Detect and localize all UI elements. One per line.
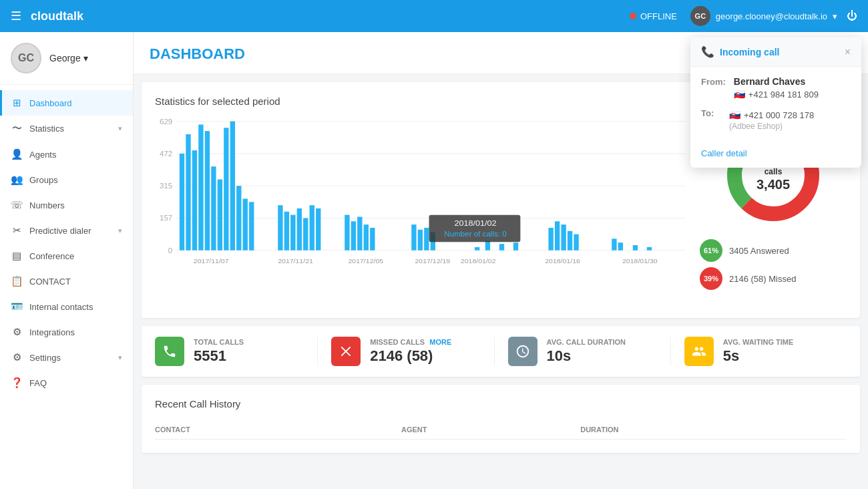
missed-calls-label: MISSED CALLS MORE (370, 338, 451, 346)
stat-total-calls: TOTAL CALLS 5551 (155, 337, 317, 366)
svg-rect-31 (357, 217, 362, 251)
total-calls-value: 5551 (194, 347, 244, 365)
svg-text:2017/11/21: 2017/11/21 (278, 257, 313, 265)
svg-rect-12 (192, 150, 197, 251)
svg-rect-30 (351, 221, 356, 250)
missed-badge: 39% (700, 267, 722, 290)
donut-value: 3,405 (746, 177, 800, 192)
sidebar-item-statistics[interactable]: 〜 Statistics ▾ (0, 116, 133, 142)
sidebar-item-faq[interactable]: ❓ FAQ (0, 370, 133, 395)
caller-phone-number: +421 984 181 809 (748, 90, 819, 100)
popup-from-row: From: Bernard Chaves 🇸🇰 +421 984 181 809 (701, 76, 851, 100)
status-dot-icon (630, 13, 636, 19)
svg-rect-10 (180, 154, 184, 251)
svg-rect-40 (499, 244, 504, 251)
caller-detail-link[interactable]: Caller detail (701, 148, 747, 158)
sidebar-item-label: Conference (29, 251, 74, 261)
sidebar-item-internal-contacts[interactable]: 🪪 Internal contacts (0, 294, 133, 319)
to-content: 🇸🇰 +421 000 728 178 (Adbee Eshop) (729, 108, 814, 131)
history-title: Recent Call History (155, 398, 847, 410)
svg-rect-38 (475, 247, 479, 251)
chevron-down-icon: ▾ (118, 353, 122, 362)
sidebar-item-label: Integrations (29, 327, 75, 337)
sidebar-item-agents[interactable]: 👤 Agents (0, 142, 133, 167)
svg-text:157: 157 (160, 214, 172, 222)
settings-icon: ⚙ (11, 351, 23, 363)
to-name: (Adbee Eshop) (729, 122, 814, 131)
sidebar-item-label: Settings (29, 353, 61, 363)
history-card: Recent Call History CONTACT AGENT DURATI… (142, 385, 860, 453)
svg-rect-26 (303, 218, 308, 250)
svg-rect-14 (205, 131, 210, 251)
svg-text:2017/11/07: 2017/11/07 (194, 257, 229, 265)
svg-rect-47 (612, 238, 616, 250)
avg-waiting-value: 5s (723, 347, 794, 365)
svg-text:2018/01/30: 2018/01/30 (622, 257, 658, 265)
sidebar-item-groups[interactable]: 👥 Groups (0, 167, 133, 192)
sidebar-item-settings[interactable]: ⚙ Settings ▾ (0, 345, 133, 370)
missed-calls-value: 2146 (58) (370, 347, 451, 365)
agents-icon: 👤 (11, 148, 23, 160)
svg-rect-21 (249, 202, 254, 250)
sidebar-item-predictive-dialer[interactable]: ✂ Predictive dialer ▾ (0, 218, 133, 243)
hamburger-icon[interactable]: ☰ (11, 9, 21, 23)
total-calls-info: TOTAL CALLS 5551 (194, 338, 244, 365)
sidebar-item-numbers[interactable]: ☏ Numbers (0, 192, 133, 218)
sidebar-item-contacts[interactable]: 📋 CONTACT (0, 269, 133, 294)
answered-badge: 61% (700, 239, 722, 262)
svg-rect-43 (555, 221, 560, 250)
phone-icon: 📞 (701, 45, 714, 58)
status-badge: OFFLINE (630, 11, 677, 21)
svg-rect-16 (218, 180, 222, 251)
power-icon[interactable]: ⏻ (847, 10, 857, 22)
chevron-down-icon: ▾ (833, 11, 837, 21)
svg-rect-29 (345, 215, 349, 251)
bar-chart-svg: 629 472 315 157 0 (155, 115, 689, 302)
sidebar-item-label: FAQ (29, 378, 47, 388)
popup-header-left: 📞 Incoming call (701, 45, 779, 58)
svg-text:315: 315 (160, 182, 172, 190)
missed-more-link[interactable]: MORE (429, 338, 451, 346)
svg-rect-13 (198, 124, 203, 250)
svg-text:0: 0 (168, 247, 172, 254)
statistics-icon: 〜 (11, 122, 23, 135)
svg-text:Number of calls: 0: Number of calls: 0 (444, 230, 506, 237)
popup-to-row: To: 🇸🇰 +421 000 728 178 (Adbee Eshop) (701, 108, 851, 131)
chevron-down-icon: ▾ (118, 124, 122, 133)
sidebar-item-dashboard[interactable]: ⊞ Dashboard (0, 90, 133, 116)
to-label: To: (701, 108, 721, 118)
caller-phone: 🇸🇰 +421 984 181 809 (734, 89, 819, 100)
sidebar-profile: GC George ▾ (0, 32, 133, 85)
sidebar-item-conference[interactable]: ▤ Conference (0, 243, 133, 269)
integrations-icon: ⚙ (11, 326, 23, 338)
caller-name: Bernard Chaves (734, 76, 819, 87)
missed-label: 2146 (58) Missed (729, 274, 796, 284)
legend-item-answered: 61% 3405 Answered (700, 239, 847, 262)
incoming-call-title: Incoming call (720, 47, 779, 57)
to-phone: 🇸🇰 +421 000 728 178 (729, 110, 814, 120)
svg-rect-48 (618, 242, 623, 251)
svg-rect-46 (574, 234, 578, 251)
svg-rect-18 (230, 122, 235, 251)
svg-rect-49 (633, 245, 638, 251)
svg-rect-19 (236, 186, 241, 251)
sidebar: GC George ▾ ⊞ Dashboard 〜 Statistics ▾ 👤… (0, 32, 134, 489)
avg-waiting-label: AVG. WAITING TIME (723, 338, 794, 346)
sidebar-item-label: CONTACT (29, 277, 71, 287)
sidebar-item-label: Internal contacts (29, 302, 93, 312)
sidebar-item-integrations[interactable]: ⚙ Integrations (0, 319, 133, 345)
svg-rect-44 (561, 224, 566, 251)
svg-rect-33 (370, 228, 375, 251)
sidebar-item-label: Predictive dialer (29, 226, 91, 236)
svg-text:2018/01/16: 2018/01/16 (545, 257, 580, 265)
svg-rect-20 (243, 199, 248, 251)
user-info[interactable]: GC george.clooney@cloudtalk.io ▾ (690, 6, 837, 26)
svg-rect-50 (647, 247, 652, 251)
svg-rect-11 (186, 134, 190, 251)
svg-rect-27 (310, 205, 314, 251)
svg-rect-15 (211, 166, 216, 251)
svg-rect-25 (297, 208, 302, 251)
svg-rect-35 (418, 230, 423, 251)
close-icon[interactable]: × (845, 46, 851, 58)
stats-row: TOTAL CALLS 5551 MISSED CALLS MORE 2146 … (142, 326, 860, 377)
